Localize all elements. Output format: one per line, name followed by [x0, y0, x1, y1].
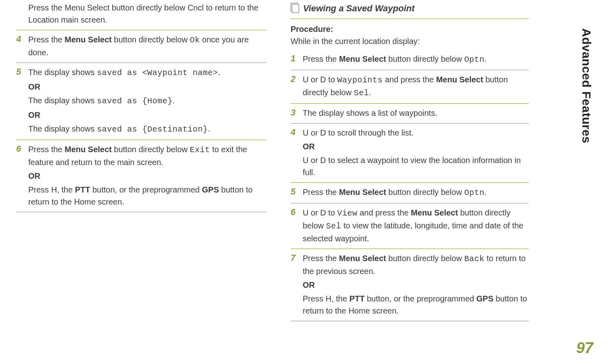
text: button directly below	[109, 3, 187, 12]
text: Press the	[303, 188, 339, 197]
text: button directly below	[386, 54, 464, 63]
key-d: D	[320, 75, 326, 84]
softkey-exit: Exit	[190, 145, 210, 155]
text: to select a waypoint to view the locatio…	[303, 156, 521, 177]
softkey-optn: Optn	[464, 188, 484, 197]
text: .	[173, 96, 175, 105]
step-number: 2	[291, 73, 298, 99]
step-text: The display shows saved as <Waypoint nam…	[28, 66, 220, 136]
text: .	[369, 88, 371, 97]
step-5r: 5 Press the Menu Select button directly …	[291, 183, 529, 203]
step-text: U or D to scroll through the list. OR U …	[303, 127, 529, 178]
text: to	[326, 75, 337, 84]
text: button directly below	[386, 254, 464, 263]
key-u: U	[303, 128, 308, 137]
step-4r: 4 U or D to scroll through the list. OR …	[291, 123, 529, 183]
step-text: Press the Menu Select button directly be…	[28, 143, 266, 208]
text: Press the	[303, 254, 339, 263]
text: .	[208, 124, 210, 133]
key-u: U	[303, 208, 308, 217]
step-6: 6 Press the Menu Select button directly …	[16, 140, 266, 212]
step-number: 3	[291, 107, 298, 119]
step-number: 5	[291, 186, 298, 199]
text: Press the	[28, 3, 65, 12]
right-column: Viewing a Saved Waypoint Procedure: Whil…	[291, 2, 541, 321]
step-3: 3 The display shows a list of waypoints.	[291, 104, 529, 123]
key-d: D	[320, 156, 326, 165]
or-label: OR	[28, 81, 220, 93]
menu-view: View	[337, 209, 358, 218]
display-msg: saved as <Waypoint name>	[97, 68, 218, 77]
page-columns: Press the Menu Select button directly be…	[16, 0, 591, 321]
or-label: OR	[28, 109, 220, 121]
text: Press	[28, 185, 51, 194]
intro-step: Press the Menu Select button directly be…	[16, 2, 266, 30]
document-icon	[292, 4, 299, 13]
text: and press the	[358, 208, 411, 217]
step-text: Press the Menu Select button directly be…	[303, 186, 487, 199]
text: Press the	[28, 35, 65, 44]
left-column: Press the Menu Select button directly be…	[16, 2, 266, 321]
gps-label: GPS	[202, 185, 219, 194]
text: to	[326, 208, 337, 217]
step-4: 4 Press the Menu Select button directly …	[16, 30, 266, 63]
text: Press the	[28, 145, 65, 154]
step-text: Press the Menu Select button directly be…	[303, 252, 529, 317]
step-text: U or D to View and press the Menu Select…	[303, 207, 529, 245]
gps-label: GPS	[476, 294, 493, 303]
text: button, or the preprogrammed	[364, 294, 476, 303]
menu-select-label: Menu Select	[339, 54, 386, 63]
step-text: U or D to Waypoints and press the Menu S…	[303, 73, 529, 99]
menu-select-label: Menu Select	[65, 35, 112, 44]
text: .	[218, 68, 220, 77]
step-text: The display shows a list of waypoints.	[303, 107, 437, 119]
key-h: H	[51, 185, 57, 194]
text: , the	[57, 185, 75, 194]
menu-select-label: Menu Select	[339, 188, 386, 197]
step-2: 2 U or D to Waypoints and press the Menu…	[291, 70, 529, 104]
text: , the	[331, 294, 349, 303]
text: Press	[303, 294, 326, 303]
softkey-sel: Sel	[354, 88, 369, 98]
step-number: 4	[291, 127, 298, 178]
text: button directly below	[386, 188, 464, 197]
text: button directly below	[112, 145, 190, 154]
text: button directly below	[112, 35, 190, 44]
softkey-cncl: Cncl	[188, 3, 204, 12]
or-label: OR	[303, 279, 529, 291]
step-7: 7 Press the Menu Select button directly …	[291, 249, 529, 321]
step-1: 1 Press the Menu Select button directly …	[291, 50, 529, 70]
menu-select-label: Menu Select	[339, 254, 386, 263]
text: .	[484, 188, 487, 197]
softkey-sel: Sel	[326, 222, 341, 231]
text: The display shows	[28, 96, 97, 105]
step-number: 7	[291, 252, 298, 317]
step-text: Press the Menu Select button directly be…	[303, 53, 487, 66]
menu-select-label: Menu Select	[65, 145, 112, 154]
text: .	[484, 54, 487, 63]
ptt-label: PTT	[75, 185, 90, 194]
key-d: D	[320, 208, 326, 217]
display-msg: saved as {Home}	[97, 96, 173, 106]
step-number: 1	[291, 53, 298, 66]
menu-select-label: Menu Select	[411, 208, 458, 217]
step-text: Press the Menu Select button directly be…	[28, 33, 266, 59]
menu-select-label: Menu Select	[65, 3, 109, 12]
section-tab: Advanced Features	[580, 28, 593, 143]
step-6r: 6 U or D to View and press the Menu Sele…	[291, 203, 529, 249]
procedure-text: While in the current location display:	[291, 37, 420, 46]
text: or	[308, 75, 320, 84]
procedure-label: Procedure:	[291, 25, 333, 33]
text: The display shows	[28, 68, 97, 77]
key-u: U	[303, 75, 308, 84]
text: or	[308, 128, 320, 137]
text: Press the	[303, 54, 339, 63]
softkey-optn: Optn	[464, 55, 484, 64]
procedure-intro: Procedure: While in the current location…	[291, 19, 529, 50]
page-number: 97	[576, 339, 593, 357]
display-msg: saved as {Destination}	[97, 125, 208, 134]
step-number: 6	[16, 143, 23, 208]
text: or	[308, 208, 320, 217]
key-h: H	[326, 294, 331, 303]
menu-waypoints: Waypoints	[337, 75, 383, 85]
